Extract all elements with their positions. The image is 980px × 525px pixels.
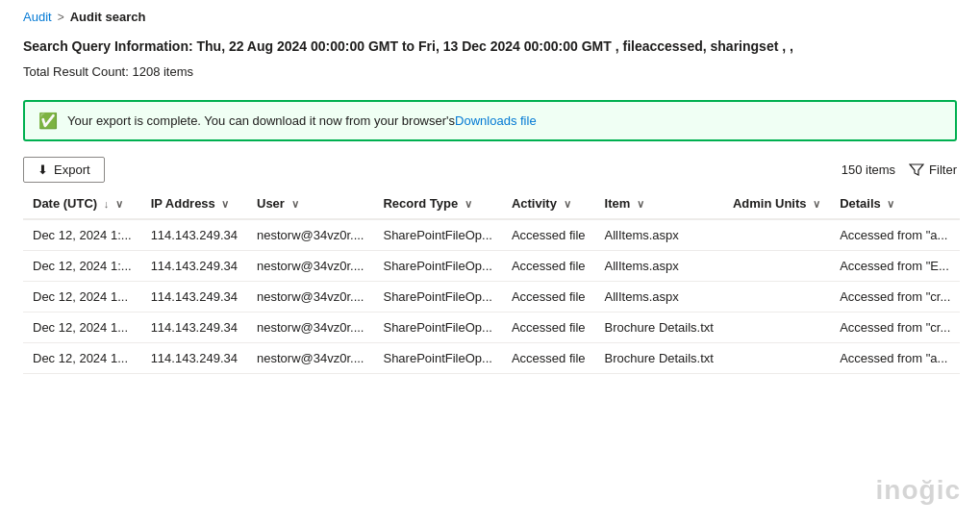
activity-chevron-icon: ∨ — [564, 198, 571, 211]
table-row[interactable]: Dec 12, 2024 1...114.143.249.34nestorw@3… — [23, 281, 960, 312]
filter-label: Filter — [929, 162, 957, 177]
export-button-label: Export — [54, 162, 90, 177]
table-row[interactable]: Dec 12, 2024 1...114.143.249.34nestorw@3… — [23, 342, 960, 373]
cell-activity: Accessed file — [502, 219, 595, 251]
breadcrumb-audit-link[interactable]: Audit — [23, 10, 52, 24]
cell-record_type: SharePointFileOp... — [373, 312, 501, 342]
cell-admin_units — [723, 219, 830, 251]
item-chevron-icon: ∨ — [637, 198, 644, 211]
cell-date: Dec 12, 2024 1:... — [23, 250, 141, 281]
cell-details: Accessed from "a... — [830, 342, 960, 373]
search-info: Search Query Information: Thu, 22 Aug 20… — [0, 30, 980, 87]
filter-button[interactable]: Filter — [909, 162, 957, 177]
breadcrumb: Audit > Audit search — [0, 0, 980, 30]
date-chevron-icon: ∨ — [115, 198, 123, 211]
cell-admin_units — [723, 342, 830, 373]
cell-user: nestorw@34vz0r.... — [247, 342, 373, 373]
cell-activity: Accessed file — [502, 281, 595, 312]
cell-user: nestorw@34vz0r.... — [247, 250, 373, 281]
cell-date: Dec 12, 2024 1:... — [23, 219, 141, 251]
col-user[interactable]: User ∨ — [247, 188, 373, 219]
col-ip[interactable]: IP Address ∨ — [141, 188, 247, 219]
cell-record_type: SharePointFileOp... — [373, 219, 501, 251]
search-query-text: Search Query Information: Thu, 22 Aug 20… — [23, 38, 957, 57]
cell-user: nestorw@34vz0r.... — [247, 312, 373, 342]
cell-details: Accessed from "E... — [830, 250, 960, 281]
col-details[interactable]: Details ∨ — [830, 188, 960, 219]
table-row[interactable]: Dec 12, 2024 1:...114.143.249.34nestorw@… — [23, 250, 960, 281]
user-chevron-icon: ∨ — [291, 198, 299, 211]
cell-ip: 114.143.249.34 — [141, 281, 247, 312]
table-container: Date (UTC) ↓ ∨ IP Address ∨ User ∨ Recor… — [0, 188, 980, 374]
ip-chevron-icon: ∨ — [221, 198, 229, 211]
cell-activity: Accessed file — [502, 342, 595, 373]
filter-icon — [909, 162, 924, 177]
export-banner-text: Your export is complete. You can downloa… — [67, 113, 537, 128]
cell-record_type: SharePointFileOp... — [373, 342, 501, 373]
items-count-label: 150 items — [842, 162, 895, 177]
breadcrumb-separator: > — [58, 11, 64, 24]
cell-item: Brochure Details.txt — [595, 312, 723, 342]
date-sort-icon: ↓ — [104, 198, 110, 210]
toolbar-right: 150 items Filter — [842, 162, 957, 177]
record-type-chevron-icon: ∨ — [465, 198, 472, 211]
cell-item: AllItems.aspx — [595, 250, 723, 281]
cell-date: Dec 12, 2024 1... — [23, 281, 141, 312]
toolbar-row: ⬇ Export 150 items Filter — [0, 151, 980, 188]
cell-ip: 114.143.249.34 — [141, 312, 247, 342]
downloads-file-link[interactable]: Downloads file — [455, 113, 537, 128]
cell-ip: 114.143.249.34 — [141, 219, 247, 251]
cell-item: Brochure Details.txt — [595, 342, 723, 373]
cell-details: Accessed from "cr... — [830, 312, 960, 342]
col-date[interactable]: Date (UTC) ↓ ∨ — [23, 188, 141, 219]
export-banner-prefix: Your export is complete. You can downloa… — [67, 113, 455, 128]
col-admin-units[interactable]: Admin Units ∨ — [723, 188, 830, 219]
cell-details: Accessed from "a... — [830, 219, 960, 251]
page-container: Audit > Audit search Search Query Inform… — [0, 0, 980, 525]
success-icon: ✅ — [38, 112, 58, 130]
col-activity[interactable]: Activity ∨ — [502, 188, 595, 219]
export-button[interactable]: ⬇ Export — [23, 157, 105, 183]
cell-record_type: SharePointFileOp... — [373, 281, 501, 312]
audit-table: Date (UTC) ↓ ∨ IP Address ∨ User ∨ Recor… — [23, 188, 960, 374]
table-row[interactable]: Dec 12, 2024 1...114.143.249.34nestorw@3… — [23, 312, 960, 342]
cell-activity: Accessed file — [502, 312, 595, 342]
details-chevron-icon: ∨ — [887, 198, 894, 211]
table-row[interactable]: Dec 12, 2024 1:...114.143.249.34nestorw@… — [23, 219, 960, 251]
export-banner: ✅ Your export is complete. You can downl… — [23, 100, 957, 141]
export-down-icon: ⬇ — [38, 162, 48, 177]
col-item[interactable]: Item ∨ — [595, 188, 723, 219]
col-record-type[interactable]: Record Type ∨ — [373, 188, 501, 219]
cell-user: nestorw@34vz0r.... — [247, 219, 373, 251]
cell-item: AllItems.aspx — [595, 219, 723, 251]
breadcrumb-current: Audit search — [70, 10, 146, 24]
cell-details: Accessed from "cr... — [830, 281, 960, 312]
cell-ip: 114.143.249.34 — [141, 250, 247, 281]
table-header-row: Date (UTC) ↓ ∨ IP Address ∨ User ∨ Recor… — [23, 188, 960, 219]
cell-record_type: SharePointFileOp... — [373, 250, 501, 281]
cell-ip: 114.143.249.34 — [141, 342, 247, 373]
cell-activity: Accessed file — [502, 250, 595, 281]
cell-date: Dec 12, 2024 1... — [23, 342, 141, 373]
cell-admin_units — [723, 250, 830, 281]
cell-user: nestorw@34vz0r.... — [247, 281, 373, 312]
cell-date: Dec 12, 2024 1... — [23, 312, 141, 342]
cell-admin_units — [723, 312, 830, 342]
total-count: Total Result Count: 1208 items — [23, 64, 957, 83]
cell-admin_units — [723, 281, 830, 312]
admin-units-chevron-icon: ∨ — [813, 198, 820, 211]
watermark: inoğic — [876, 475, 961, 506]
cell-item: AllItems.aspx — [595, 281, 723, 312]
